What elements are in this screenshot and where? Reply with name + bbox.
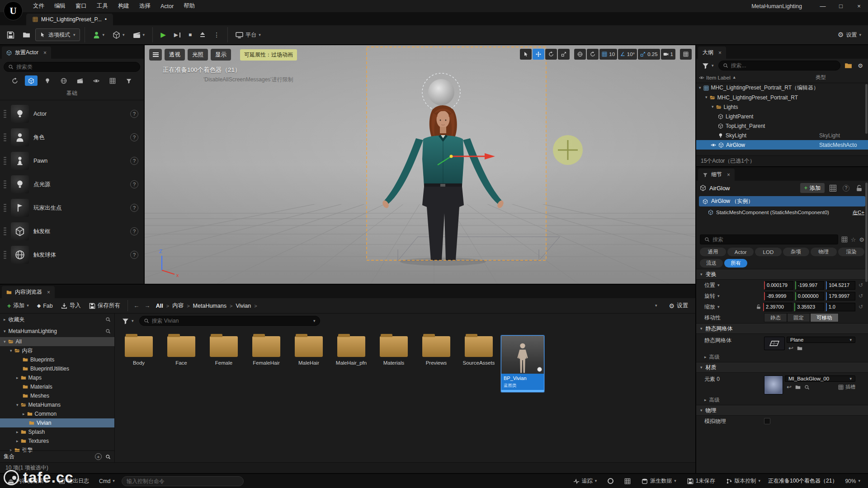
scale-label[interactable]: 缩放▾ — [704, 303, 754, 311]
place-actor-item-character[interactable]: 角色 ? — [0, 126, 144, 149]
outliner-search[interactable] — [718, 61, 841, 70]
rotation-y-field[interactable]: 0.000000 — [795, 292, 825, 300]
details-search[interactable] — [700, 235, 838, 244]
tab-mhc-lightingpreset[interactable]: MHC_LightingPreset_P... • — [26, 14, 113, 25]
outliner-settings-button[interactable]: ⚙ — [856, 61, 864, 70]
section-physics[interactable]: ▾ 物理 — [696, 405, 868, 416]
folder-materials[interactable]: Materials — [373, 333, 414, 366]
frame-skip-button[interactable]: ▶ — [171, 28, 184, 42]
use-selected-icon[interactable]: ↩ — [788, 345, 793, 352]
import-button[interactable]: 导入 — [57, 300, 85, 312]
static-mesh-dropdown[interactable]: Plane ▾ — [787, 337, 855, 343]
place-actors-search-input[interactable] — [16, 64, 136, 70]
search-icon[interactable] — [105, 317, 111, 322]
outliner-header[interactable]: Item Label ▲ 类型 — [696, 72, 868, 83]
cinematics-button[interactable]: ▾ — [130, 28, 148, 42]
folder-face[interactable]: Face — [161, 333, 202, 366]
menu-build[interactable]: 构建 — [113, 0, 134, 12]
star-icon[interactable]: ☆ — [851, 236, 856, 243]
tree-item-content[interactable]: ▾ 内容 — [0, 346, 114, 355]
close-button[interactable]: × — [850, 0, 868, 12]
simulate-physics-checkbox[interactable] — [764, 418, 770, 424]
unsaved-button[interactable]: 1未保存 — [684, 476, 718, 487]
editor-mode-dropdown[interactable]: 选项模式 ▾ — [35, 28, 80, 41]
edit-in-cpp-link[interactable]: 在C+ — [852, 209, 864, 216]
rotation-x-field[interactable]: -89.9999 — [764, 292, 793, 300]
browse-to-icon[interactable] — [795, 385, 801, 390]
tree-item-all[interactable]: ▾ All — [0, 337, 114, 346]
unreal-logo[interactable]: U — [4, 1, 23, 20]
outliner-row-lights-folder[interactable]: ▾ Lights — [696, 102, 868, 112]
add-component-button[interactable]: + 添加 — [800, 183, 825, 193]
filter-streaming[interactable]: 流送 — [700, 259, 723, 267]
browse-to-icon[interactable] — [797, 346, 802, 351]
trace-button[interactable]: 追踪 ▾ — [570, 476, 600, 487]
static-mesh-advanced[interactable]: ▸ 高级 — [696, 352, 868, 362]
maximize-viewport-button[interactable] — [680, 49, 692, 60]
menu-window[interactable]: 窗口 — [71, 0, 92, 12]
use-selected-icon[interactable]: ↩ — [787, 384, 792, 390]
scale-lock-icon[interactable] — [756, 304, 761, 310]
materials-advanced[interactable]: ▸ 高级 — [696, 395, 868, 405]
category-shapes-icon[interactable] — [57, 75, 70, 86]
minimize-button[interactable]: — — [814, 0, 832, 12]
crumb-metahumans[interactable]: MetaHumans — [193, 303, 226, 309]
tab-place-actors[interactable]: 放置Actor × — [2, 47, 51, 59]
filter-physics[interactable]: 物理 — [811, 248, 837, 256]
scale-x-field[interactable]: 2.39700 — [763, 303, 793, 311]
folder-malehair-pfn[interactable]: MaleHair_pfn — [331, 333, 372, 366]
crumb-vivian[interactable]: Vivian — [236, 303, 251, 309]
place-actor-item-pawn[interactable]: Pawn ? — [0, 149, 144, 173]
help-icon[interactable]: ? — [130, 251, 138, 259]
menu-help[interactable]: 帮助 — [179, 0, 200, 12]
slot-label[interactable]: 插槽 — [845, 384, 855, 390]
save-button[interactable] — [4, 28, 18, 42]
asset-bp-vivian[interactable]: BP_Vivian 蓝图类 — [501, 335, 544, 392]
drag-handle[interactable] — [4, 250, 6, 259]
add-content-button[interactable]: + 添加 ▾ — [4, 300, 33, 312]
grid-icon[interactable] — [841, 236, 848, 243]
camera-speed-button[interactable]: 1 — [661, 49, 675, 60]
material-dropdown[interactable]: MI_BackGlow_00 ▾ — [785, 375, 855, 382]
column-type[interactable]: 类型 — [816, 74, 864, 81]
settings-dropdown[interactable]: ⚙ 设置 ▾ — [835, 28, 864, 42]
snapshot-button[interactable] — [621, 476, 634, 487]
outliner-search-input[interactable] — [731, 62, 836, 69]
tree-item-common[interactable]: ▸ Common — [0, 409, 114, 418]
outliner-row-level[interactable]: ▾ MHC_LightingPreset_Portrait_RT（编辑器） — [696, 83, 868, 93]
category-lights-icon[interactable] — [41, 75, 54, 86]
folder-female[interactable]: Female — [203, 333, 244, 366]
reset-icon[interactable]: ↺ — [857, 293, 864, 299]
tree-item-blueprintutilities[interactable]: BlueprintUtilities — [0, 364, 114, 373]
reset-icon[interactable]: ↺ — [857, 282, 864, 288]
location-y-field[interactable]: -199.997 — [795, 281, 825, 290]
filter-lod[interactable]: LOD — [755, 248, 781, 256]
drag-handle[interactable] — [4, 109, 6, 118]
console-input-box[interactable] — [122, 476, 244, 486]
tab-details[interactable]: 细节 × — [698, 169, 735, 181]
mobility-stationary[interactable]: 固定 — [787, 313, 810, 322]
outliner-row-lightparent[interactable]: LightParent — [696, 112, 868, 121]
path-options-button[interactable]: ▾ — [651, 300, 661, 312]
blueprints-button[interactable]: ▾ — [109, 28, 128, 42]
world-space-button[interactable] — [574, 49, 586, 60]
select-tool-button[interactable] — [520, 49, 532, 60]
cmd-dropdown[interactable]: Cmd ▾ — [96, 476, 118, 487]
help-icon[interactable]: ? — [130, 180, 138, 188]
tree-item-materials[interactable]: Materials — [0, 382, 114, 391]
drag-handle[interactable] — [4, 156, 6, 165]
scale-snap-toggle[interactable]: 0.25 — [638, 49, 660, 60]
viewport-menu-button[interactable] — [149, 49, 162, 61]
asset-filter-button[interactable]: ▾ — [119, 315, 136, 326]
eye-icon[interactable] — [711, 142, 716, 148]
level-viewport[interactable]: Z x 透视 光照 显示 可延展性：过场动画 正在准备100个着色器（21） '… — [145, 45, 695, 284]
rotation-snap-toggle[interactable]: ∠10° — [618, 49, 637, 60]
play-button[interactable]: ▶ — [157, 28, 169, 42]
close-icon[interactable]: × — [718, 50, 722, 56]
tree-item-vivian[interactable]: Vivian — [0, 418, 114, 427]
place-actor-item-actor[interactable]: Actor ? — [0, 102, 144, 126]
place-actor-item-trigger-box[interactable]: 触发框 ? — [0, 220, 144, 243]
gear-icon[interactable]: ⚙ — [859, 236, 864, 243]
help-icon[interactable]: ? — [130, 110, 138, 118]
folder-femalehair[interactable]: FemaleHair — [246, 333, 287, 366]
